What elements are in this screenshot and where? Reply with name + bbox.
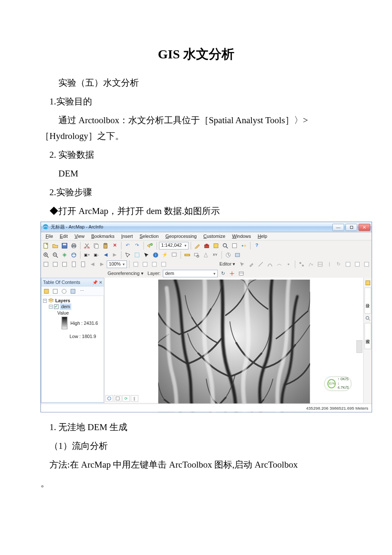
menu-edit[interactable]: Edit xyxy=(57,232,71,241)
layout-pan-button[interactable] xyxy=(61,260,69,269)
open-button[interactable] xyxy=(51,242,60,250)
map-canvas[interactable]: ⟳ ‖ 31% ↑ 0K/S ↓ 4.7K/S xyxy=(104,278,363,403)
dd-last-button[interactable] xyxy=(159,260,168,269)
editor-dropdown[interactable]: Editor ▾ xyxy=(218,260,237,269)
trace-button[interactable] xyxy=(275,260,283,269)
print-button[interactable] xyxy=(69,242,78,250)
undo-button[interactable]: ↶ xyxy=(124,242,132,250)
model-builder-button[interactable] xyxy=(239,242,248,250)
catalog-rail-icon[interactable] xyxy=(364,280,371,286)
menu-selection[interactable]: Selection xyxy=(137,232,162,241)
toolbox-button[interactable] xyxy=(202,242,211,250)
html-popup-button[interactable] xyxy=(170,251,179,260)
attributes-button[interactable] xyxy=(344,260,352,269)
new-button[interactable] xyxy=(42,242,50,250)
toc-pin-icon[interactable]: 📌 ✕ xyxy=(92,279,102,286)
full-extent-button[interactable] xyxy=(69,251,78,260)
layout-zoom-combo[interactable]: 100% xyxy=(107,260,127,268)
close-button[interactable]: ✕ xyxy=(358,224,370,231)
measure-button[interactable] xyxy=(183,251,192,260)
hyperlink-button[interactable]: ⚡ xyxy=(161,251,169,260)
georef-view-link-button[interactable] xyxy=(237,269,246,278)
georeferencing-dropdown[interactable]: Georeferencing ▾ xyxy=(106,269,145,278)
maximize-button[interactable] xyxy=(346,224,357,231)
search-rail-tab[interactable]: 搜索 xyxy=(364,323,371,349)
fixed-zoom-out-button[interactable]: ▣- xyxy=(92,251,101,260)
save-button[interactable] xyxy=(61,242,69,250)
toc-list-by-drawing-button[interactable] xyxy=(42,287,51,295)
next-extent-button[interactable]: ▶ xyxy=(110,251,119,260)
zoom-in-button[interactable] xyxy=(42,251,50,260)
identify-button[interactable]: i xyxy=(151,251,160,260)
menu-view[interactable]: View xyxy=(72,232,87,241)
dd-next-button[interactable] xyxy=(150,260,159,269)
menu-customize[interactable]: Customize xyxy=(200,232,228,241)
menu-geoprocessing[interactable]: Geoprocessing xyxy=(162,232,199,241)
layout-prev-button[interactable]: ◀ xyxy=(88,260,97,269)
catalog-rail-tab[interactable]: 目录 xyxy=(364,288,371,314)
dd-first-button[interactable] xyxy=(132,260,140,269)
split-button[interactable] xyxy=(325,260,334,269)
layer-dem[interactable]: dem xyxy=(60,304,72,310)
zoom-out-button[interactable] xyxy=(51,251,60,260)
pan-button[interactable] xyxy=(61,251,69,260)
layout-whole-page-button[interactable] xyxy=(69,260,78,269)
go-to-xy-button[interactable]: XY xyxy=(211,251,219,260)
point-button[interactable] xyxy=(284,260,293,269)
time-slider-button[interactable] xyxy=(224,251,233,260)
copy-button[interactable] xyxy=(92,242,101,250)
pause-drawing-button[interactable]: ‖ xyxy=(131,395,138,402)
georef-layer-combo[interactable]: dem xyxy=(163,270,218,278)
tree-collapse-icon[interactable]: − xyxy=(43,299,47,303)
layer-visibility-checkbox[interactable]: ✔ xyxy=(54,304,59,309)
select-elements-button[interactable] xyxy=(142,251,151,260)
help-button[interactable]: ? xyxy=(253,242,261,250)
edit-vertices-button[interactable] xyxy=(297,260,306,269)
layout-zoom-in-button[interactable] xyxy=(42,260,50,269)
cut-button[interactable] xyxy=(83,242,91,250)
map-scale-combo[interactable]: 1:142,042 xyxy=(159,242,188,250)
minimize-button[interactable]: — xyxy=(332,224,344,231)
search-button[interactable] xyxy=(221,242,230,250)
create-viewer-button[interactable] xyxy=(233,251,242,260)
sketch-properties-button[interactable] xyxy=(353,260,362,269)
dd-prev-button[interactable] xyxy=(141,260,150,269)
data-view-button[interactable] xyxy=(105,395,113,402)
layout-zoom-out-button[interactable] xyxy=(51,260,60,269)
edit-annotation-button[interactable] xyxy=(247,260,256,269)
tree-collapse-icon-2[interactable]: − xyxy=(49,305,53,309)
reshape-button[interactable] xyxy=(307,260,315,269)
fixed-zoom-in-button[interactable]: ▣+ xyxy=(83,251,91,260)
layout-100-button[interactable] xyxy=(79,260,87,269)
create-features-button[interactable] xyxy=(362,260,371,269)
refresh-view-button[interactable]: ⟳ xyxy=(122,395,130,402)
find-route-button[interactable] xyxy=(202,251,210,260)
catalog-button[interactable] xyxy=(212,242,220,250)
straight-segment-button[interactable] xyxy=(257,260,265,269)
select-features-button[interactable] xyxy=(124,251,132,260)
arc-segment-button[interactable] xyxy=(266,260,274,269)
add-data-button[interactable]: + xyxy=(146,242,155,250)
map-scrollbar[interactable] xyxy=(357,341,363,353)
redo-button[interactable]: ↷ xyxy=(133,242,141,250)
search-rail-icon[interactable] xyxy=(364,315,371,322)
find-button[interactable] xyxy=(192,251,201,260)
toc-options-button[interactable]: ⋯ xyxy=(78,287,86,295)
rotate-button[interactable]: ↻ xyxy=(334,260,343,269)
delete-button[interactable]: ✕ xyxy=(110,242,119,250)
toc-list-by-selection-button[interactable] xyxy=(69,287,77,295)
layers-label[interactable]: Layers xyxy=(55,298,70,304)
menu-bookmarks[interactable]: Bookmarks xyxy=(88,232,117,241)
layout-view-button[interactable] xyxy=(114,395,121,402)
edit-tool-button[interactable] xyxy=(238,260,246,269)
menu-windows[interactable]: Windows xyxy=(229,232,254,241)
toc-list-by-visibility-button[interactable] xyxy=(60,287,69,295)
paste-button[interactable] xyxy=(101,242,110,250)
layout-next-button[interactable]: ▶ xyxy=(98,260,106,269)
editor-toolbar-btn[interactable] xyxy=(193,242,202,250)
menu-insert[interactable]: Insert xyxy=(118,232,136,241)
menu-help[interactable]: Help xyxy=(255,232,270,241)
georef-rotate-button[interactable]: ↻ xyxy=(219,269,227,278)
georef-add-cp-button[interactable] xyxy=(228,269,236,278)
menu-file[interactable]: File xyxy=(43,232,56,241)
